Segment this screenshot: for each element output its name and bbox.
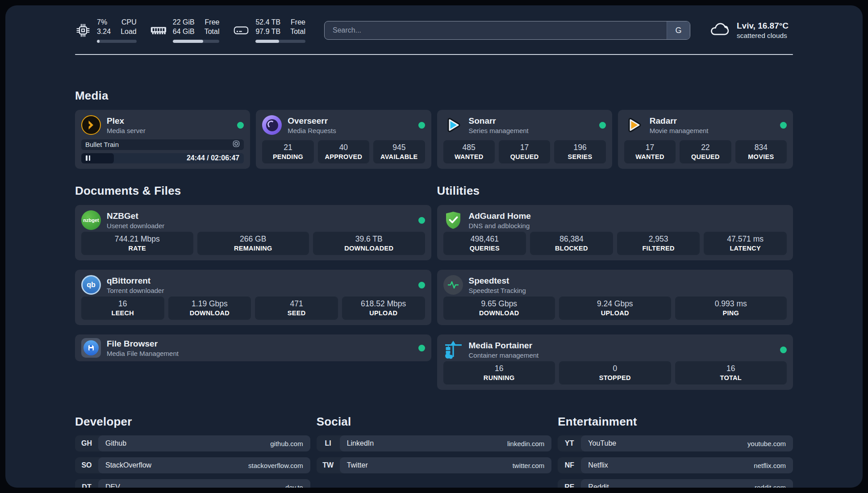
session-target-icon <box>233 140 240 149</box>
status-dot <box>418 122 425 129</box>
app-name: NZBGet <box>107 211 164 221</box>
pause-icon <box>86 155 88 161</box>
disk-icon <box>233 24 250 37</box>
section-title-developer: Developer <box>75 415 310 429</box>
app-card-adguard[interactable]: AdGuard Home DNS and adblocking 498,461Q… <box>437 205 793 260</box>
stat-tile: 16LEECH <box>81 297 164 320</box>
disk-free-label: Free <box>290 18 305 27</box>
memory-free-value: 22 GiB <box>173 18 195 27</box>
status-dot <box>418 217 425 224</box>
link-abbr: SO <box>75 457 98 473</box>
now-playing-title: Bullet Train <box>85 141 119 148</box>
app-card-filebrowser[interactable]: File Browser Media File Management <box>75 334 431 361</box>
link-dev-to[interactable]: DT DEVdev.to <box>75 479 310 488</box>
link-netflix[interactable]: NF Netflixnetflix.com <box>558 457 793 473</box>
stat-tile: 945AVAILABLE <box>373 140 425 163</box>
app-card-radarr[interactable]: Radarr Movie management 17WANTED 22QUEUE… <box>618 110 793 169</box>
link-abbr: NF <box>558 457 581 473</box>
cloud-icon <box>709 21 730 40</box>
playback-time: 24:44 / 02:06:47 <box>187 154 244 162</box>
disk-total-value: 97.9 TB <box>255 27 280 37</box>
section-title-utilities: Utilities <box>437 184 793 198</box>
stat-tile: 21PENDING <box>262 140 313 163</box>
cpu-label: CPU <box>121 18 137 27</box>
app-subtitle: Speedtest Tracking <box>469 287 526 294</box>
weather-location-temp: Lviv, 16.87°C <box>737 21 789 31</box>
cpu-stat: 7%3.24 CPULoad <box>75 18 137 43</box>
section-title-media: Media <box>75 89 793 103</box>
link-abbr: YT <box>558 435 581 451</box>
cpu-icon <box>75 22 91 38</box>
link-abbr: RE <box>558 479 581 488</box>
plex-icon <box>81 115 101 135</box>
memory-stat: 22 GiB64 GiB FreeTotal <box>150 18 220 43</box>
app-card-nzbget[interactable]: nzbget NZBGet Usenet downloader 744.21 M… <box>75 205 431 260</box>
speedtest-icon <box>443 275 463 295</box>
weather-condition: scattered clouds <box>737 32 789 40</box>
adguard-icon <box>443 210 463 230</box>
qbittorrent-icon: qb <box>81 275 101 295</box>
status-dot <box>599 122 606 129</box>
app-subtitle: Movie management <box>650 127 709 134</box>
app-name: qBittorrent <box>107 276 164 286</box>
stat-tile: 485WANTED <box>443 140 495 163</box>
stat-tile: 0STOPPED <box>559 361 671 384</box>
disk-stat: 52.4 TB97.9 TB FreeTotal <box>233 18 305 43</box>
disk-total-label: Total <box>290 27 305 37</box>
link-linkedin[interactable]: LI LinkedInlinkedin.com <box>317 435 552 451</box>
nzbget-icon: nzbget <box>81 210 101 230</box>
link-abbr: DT <box>75 479 98 488</box>
app-name: File Browser <box>107 339 179 349</box>
section-title-entertainment: Entertainment <box>558 415 793 429</box>
stat-tile: 22QUEUED <box>680 140 731 163</box>
link-abbr: TW <box>317 457 340 473</box>
topbar: 7%3.24 CPULoad 22 GiB64 GiB <box>75 19 793 42</box>
app-subtitle: Media File Management <box>107 350 179 357</box>
header-divider <box>75 54 793 55</box>
stat-tile: 17WANTED <box>624 140 676 163</box>
app-subtitle: Media server <box>107 127 146 134</box>
stat-tile: 39.6 TBDOWNLOADED <box>313 232 425 255</box>
disk-free-value: 52.4 TB <box>255 18 280 27</box>
stat-tile: 47.571 msLATENCY <box>704 232 787 255</box>
link-github[interactable]: GH Githubgithub.com <box>75 435 310 451</box>
search-input[interactable] <box>324 21 690 40</box>
app-name: Overseerr <box>288 116 336 126</box>
stat-tile: 40APPROVED <box>318 140 369 163</box>
link-youtube[interactable]: YT YouTubeyoutube.com <box>558 435 793 451</box>
app-card-overseerr[interactable]: Overseerr Media Requests 21PENDING 40APP… <box>256 110 431 169</box>
app-card-plex[interactable]: Plex Media server Bullet Train <box>75 110 250 169</box>
stat-tile: 9.65 GbpsDOWNLOAD <box>443 297 555 320</box>
memory-total-value: 64 GiB <box>173 27 195 37</box>
stat-tile: 86,384BLOCKED <box>530 232 613 255</box>
status-dot <box>780 347 787 353</box>
app-name: Radarr <box>650 116 709 126</box>
app-card-speedtest[interactable]: Speedtest Speedtest Tracking 9.65 GbpsDO… <box>437 270 793 325</box>
now-playing-row: Bullet Train <box>81 139 244 150</box>
load-label: Load <box>121 27 137 37</box>
app-subtitle: Container management <box>469 351 539 359</box>
link-stackoverflow[interactable]: SO StackOverflowstackoverflow.com <box>75 457 310 473</box>
link-twitter[interactable]: TW Twittertwitter.com <box>317 457 552 473</box>
memory-total-label: Total <box>204 27 220 37</box>
cpu-usage-bar <box>97 40 137 43</box>
stat-tile: 498,461QUERIES <box>443 232 526 255</box>
stat-tile: 16RUNNING <box>443 361 555 384</box>
stat-tile: 834MOVIES <box>735 140 787 163</box>
weather-widget: Lviv, 16.87°C scattered clouds <box>709 21 793 40</box>
app-name: AdGuard Home <box>469 211 531 221</box>
status-dot <box>780 122 787 129</box>
app-card-portainer[interactable]: Media Portainer Container management 16R… <box>437 334 793 390</box>
stat-tile: 744.21 MbpsRATE <box>81 232 193 255</box>
app-subtitle: Series management <box>469 127 529 134</box>
app-card-qbittorrent[interactable]: qb qBittorrent Torrent downloader 16LEEC… <box>75 270 431 325</box>
stat-tile: 2,953FILTERED <box>617 232 700 255</box>
app-subtitle: Media Requests <box>288 127 336 134</box>
link-reddit[interactable]: RE Redditreddit.com <box>558 479 793 488</box>
section-title-documents: Documents & Files <box>75 184 431 198</box>
app-card-sonarr[interactable]: Sonarr Series management 485WANTED 17QUE… <box>437 110 612 169</box>
system-stats: 7%3.24 CPULoad 22 GiB64 GiB <box>75 18 305 43</box>
app-name: Sonarr <box>469 116 529 126</box>
search-engine-button[interactable]: G <box>667 21 690 39</box>
memory-icon <box>150 24 167 37</box>
